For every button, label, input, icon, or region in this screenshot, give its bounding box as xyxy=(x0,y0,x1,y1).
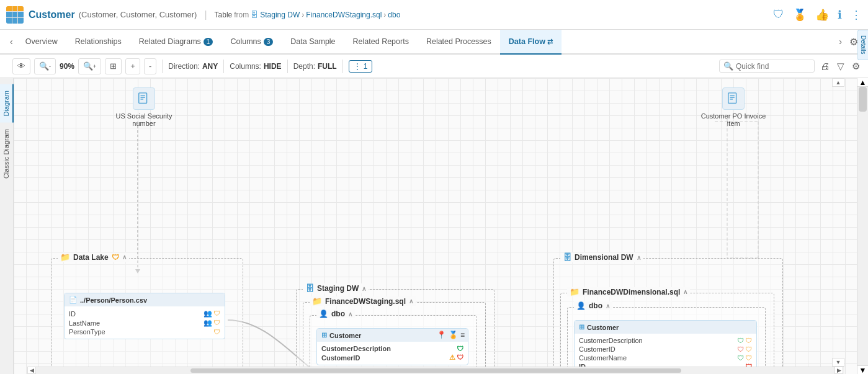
tab-data-flow[interactable]: Data Flow ⇄ xyxy=(500,30,562,55)
person-csv-header: 📄 ../Person/Person.csv xyxy=(65,293,225,306)
dbo-staging-group: 👤 dbo ∧ ⊞ Customer 📍 🏅 ≡ xyxy=(310,315,477,374)
toolbar: 👁 🔍- 90% 🔍+ ⊞ + - Direction: ANY Columns… xyxy=(0,55,868,78)
table-icon-staging: ⊞ xyxy=(321,331,327,339)
people-icon-2: 👥 xyxy=(204,319,212,327)
title-main: Customer xyxy=(29,9,75,20)
depth-label: Depth: FULL xyxy=(293,62,337,71)
type-label: Table xyxy=(215,11,233,19)
print-button[interactable]: 🖨 xyxy=(818,59,831,73)
shield-status-icon: 🛡 xyxy=(112,253,119,262)
data-lake-header: 📁 Data Lake 🛡 ∧ xyxy=(58,252,129,262)
dimensional-dw-group: 🗄 Dimensional DW ∧ 📁 FinanceDWDimensiona… xyxy=(553,258,783,374)
right-scrollbar[interactable]: ▲ ▼ xyxy=(857,78,868,374)
tab-related-reports[interactable]: Related Reports xyxy=(344,30,418,55)
scroll-left-btn[interactable]: ◀ xyxy=(27,367,36,374)
tab-data-sample[interactable]: Data Sample xyxy=(282,30,344,55)
details-tab[interactable]: Details xyxy=(857,30,868,60)
shield-red-1: 🛡 xyxy=(737,345,744,353)
separator-2 xyxy=(223,60,224,73)
staging-dw-header: 🗄 Staging DW ∧ xyxy=(303,283,369,293)
customer-staging-node[interactable]: ⊞ Customer 📍 🏅 ≡ CustomerDescription xyxy=(316,328,468,365)
direction-label: Direction: ANY xyxy=(168,62,218,71)
more-icon[interactable]: ⋮ xyxy=(851,8,862,22)
fit-button[interactable]: ⊞ xyxy=(105,58,122,74)
diagram-canvas[interactable]: US Social Security number Customer PO In… xyxy=(14,78,857,374)
breadcrumb-staging[interactable]: Staging DW xyxy=(260,11,300,19)
tab-overview[interactable]: Overview xyxy=(17,30,66,55)
collapse-dbo[interactable]: ∧ xyxy=(348,311,352,318)
svg-rect-9 xyxy=(728,93,736,104)
customer-dimensional-header: ⊞ Customer xyxy=(575,321,756,334)
tabs-scroll-right[interactable]: › xyxy=(835,29,846,54)
customer-dimensional-node[interactable]: ⊞ Customer CustomerDescription 🛡 🛡 xyxy=(574,320,757,374)
tabs-bar: ‹ Overview Relationships Related Diagram… xyxy=(0,30,868,55)
pin-icon: 📍 xyxy=(437,331,446,339)
collapse-staging[interactable]: ∧ xyxy=(362,285,366,292)
scroll-right-btn[interactable]: ▶ xyxy=(834,367,843,374)
db-icon: 🗄 xyxy=(251,11,258,19)
scroll-up-btn[interactable]: ▲ xyxy=(832,78,844,87)
db-icon-staging: 🗄 xyxy=(305,283,314,293)
zoom-out-button[interactable]: 🔍- xyxy=(34,58,56,74)
options-icon[interactable]: ≡ xyxy=(460,331,465,339)
sidebar-diagram-tab[interactable]: Diagram xyxy=(0,84,14,123)
folder-icon-finance: 📁 xyxy=(312,296,322,306)
data-lake-group: 📁 Data Lake 🛡 ∧ 📄 ../Person/Person.csv I… xyxy=(51,258,243,374)
app-header: Customer (Customer, Customer, Customer) … xyxy=(0,0,868,30)
tab-related-processes[interactable]: Related Processes xyxy=(418,30,500,55)
shield-icon-staging-1: 🛡 xyxy=(457,345,463,352)
svg-rect-5 xyxy=(139,93,147,104)
medal-icon-staging: 🏅 xyxy=(449,331,458,339)
breadcrumb-finance[interactable]: FinanceDWStaging.sql xyxy=(306,11,382,19)
collapse-dimensional[interactable]: ∧ xyxy=(637,254,641,261)
zoom-in-button[interactable]: 🔍+ xyxy=(78,58,101,74)
staging-row-id: CustomerID ⚠ 🛡 xyxy=(321,353,463,362)
info-icon[interactable]: ℹ xyxy=(838,8,842,22)
staging-row-desc: CustomerDescription 🛡 xyxy=(321,344,463,353)
filter-button[interactable]: ▽ xyxy=(835,59,846,74)
scroll-thumb-right xyxy=(859,87,867,112)
quick-find-input[interactable] xyxy=(736,62,810,71)
app-logo xyxy=(6,6,24,24)
settings-button[interactable]: ⚙ xyxy=(850,59,862,74)
scroll-down-right[interactable]: ▼ xyxy=(857,365,868,374)
tab-related-diagrams[interactable]: Related Diagrams 1 xyxy=(130,30,222,55)
collapse-dbo-dim[interactable]: ∧ xyxy=(606,303,610,309)
shield-orange-1: 🛡 xyxy=(745,337,752,344)
sidebar-classic-tab[interactable]: Classic Diagram xyxy=(0,123,14,185)
columns-label: Columns: HIDE xyxy=(230,62,281,71)
data-lake-label: Data Lake xyxy=(73,253,109,262)
collapse-data-lake[interactable]: ∧ xyxy=(122,254,127,260)
warning-icon: ⚠ xyxy=(449,354,455,362)
shield-icon-1: 🛡 xyxy=(213,309,220,318)
shield-icon[interactable]: 🛡 xyxy=(773,8,784,21)
tab-relationships[interactable]: Relationships xyxy=(66,30,130,55)
eye-button[interactable]: 👁 xyxy=(12,58,30,74)
customer-staging-label: Customer xyxy=(329,332,361,339)
person-csv-node[interactable]: 📄 ../Person/Person.csv ID 👥 🛡 LastName xyxy=(64,293,225,339)
collapse-button[interactable]: - xyxy=(144,58,156,74)
collapse-finance[interactable]: ∧ xyxy=(409,298,413,305)
dbo-dimensional-header: 👤 dbo ∧ xyxy=(574,301,612,310)
shield-icon-staging-2: 🛡 xyxy=(457,354,463,362)
layers-badge[interactable]: ⋮ 1 xyxy=(349,60,373,73)
breadcrumb: Table from 🗄 Staging DW › FinanceDWStagi… xyxy=(215,11,401,19)
shield-orange-2: 🛡 xyxy=(745,345,752,353)
medal-icon[interactable]: 🏅 xyxy=(793,8,807,22)
dim-row-customerid: CustomerID 🛡 🛡 xyxy=(579,345,752,354)
folder-icon-data-lake: 📁 xyxy=(60,252,70,262)
tabs-scroll-left[interactable]: ‹ xyxy=(6,29,17,54)
tab-columns[interactable]: Columns 3 xyxy=(221,30,282,55)
customer-dimensional-label: Customer xyxy=(587,324,619,331)
horizontal-scrollbar[interactable] xyxy=(27,367,844,374)
header-divider: | xyxy=(204,9,207,20)
breadcrumb-dbo[interactable]: dbo xyxy=(388,11,400,19)
collapse-finance-dim[interactable]: ∧ xyxy=(683,288,687,295)
person-row-persontype: PersonType 🛡 xyxy=(69,327,220,336)
quick-find-wrap[interactable]: 🔍 xyxy=(719,60,815,73)
scroll-down-btn[interactable]: ▼ xyxy=(832,358,844,367)
expand-button[interactable]: + xyxy=(125,58,140,74)
scroll-up-right[interactable]: ▲ xyxy=(857,78,868,87)
shield-icon-2: 🛡 xyxy=(213,319,220,327)
thumbs-up-icon[interactable]: 👍 xyxy=(815,8,829,22)
